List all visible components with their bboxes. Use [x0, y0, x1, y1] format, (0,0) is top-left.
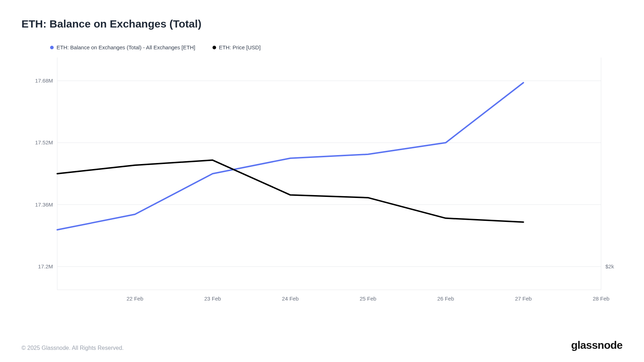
- legend: ETH: Balance on Exchanges (Total) - All …: [50, 44, 623, 50]
- x-tick-label: 24 Feb: [282, 296, 299, 302]
- y-right-tick-label: $2k: [605, 263, 614, 269]
- legend-label-price: ETH: Price [USD]: [219, 44, 261, 50]
- x-tick-label: 25 Feb: [360, 296, 376, 302]
- y-left-tick-label: 17.36M: [35, 202, 53, 208]
- x-tick-label: 28 Feb: [593, 296, 610, 302]
- x-tick-label: 27 Feb: [515, 296, 532, 302]
- legend-dot-price: [213, 46, 216, 49]
- chart-title: ETH: Balance on Exchanges (Total): [21, 18, 623, 30]
- y-left-tick-label: 17.52M: [35, 139, 53, 145]
- series-balance-line: [57, 83, 523, 230]
- x-tick-label: 23 Feb: [204, 296, 221, 302]
- series-price-line: [57, 160, 523, 222]
- x-tick-label: 26 Feb: [437, 296, 454, 302]
- legend-label-balance: ETH: Balance on Exchanges (Total) - All …: [57, 44, 195, 50]
- legend-item-price: ETH: Price [USD]: [213, 44, 261, 50]
- legend-dot-balance: [50, 46, 54, 49]
- x-tick-label: 22 Feb: [127, 296, 143, 302]
- legend-item-balance: ETH: Balance on Exchanges (Total) - All …: [50, 44, 195, 50]
- chart-area: 17.2M17.36M17.52M17.68M22 Feb23 Feb24 Fe…: [21, 54, 623, 311]
- chart-svg: 17.2M17.36M17.52M17.68M22 Feb23 Feb24 Fe…: [21, 54, 623, 311]
- copyright-text: © 2025 Glassnode. All Rights Reserved.: [21, 345, 124, 351]
- y-left-tick-label: 17.2M: [38, 263, 53, 269]
- brand-logo: glassnode: [571, 339, 623, 351]
- y-left-tick-label: 17.68M: [35, 78, 53, 84]
